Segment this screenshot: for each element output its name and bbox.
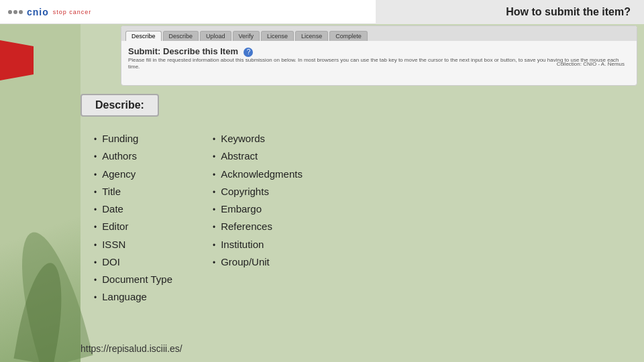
form-title: Submit: Describe this Item bbox=[128, 46, 238, 56]
list-item: •Editor bbox=[94, 218, 172, 235]
item-agency: Agency bbox=[102, 166, 136, 183]
list-item: •Copyrights bbox=[213, 183, 303, 200]
list-item: •Authors bbox=[94, 147, 172, 165]
page-title: How to submit the item? bbox=[506, 6, 631, 18]
list-item: •Title bbox=[94, 183, 172, 200]
bullet-icon: • bbox=[213, 256, 215, 270]
bullet-icon: • bbox=[94, 168, 97, 182]
help-icon[interactable]: ? bbox=[244, 48, 253, 57]
browser-tabs: Describe Describe Upload Verify License … bbox=[121, 26, 637, 41]
item-abstract: Abstract bbox=[221, 147, 258, 165]
item-embargo: Embargo bbox=[221, 200, 262, 218]
logo-sub-text: stop cancer bbox=[53, 9, 92, 15]
item-editor: Editor bbox=[102, 218, 128, 235]
item-title: Title bbox=[102, 183, 121, 200]
list-item: •Keywords bbox=[213, 130, 303, 147]
logo-area: cnio stop cancer bbox=[8, 7, 91, 17]
page-title-bar: How to submit the item? bbox=[376, 0, 644, 24]
browser-content: Submit: Describe this Item ? Collection:… bbox=[121, 41, 637, 75]
bullet-icon: • bbox=[94, 291, 97, 305]
bullet-icon: • bbox=[213, 150, 215, 164]
describe-label: Describe: bbox=[80, 94, 159, 117]
bullet-icon: • bbox=[213, 203, 215, 217]
item-group-unit: Group/Unit bbox=[221, 253, 270, 271]
bullet-icon: • bbox=[94, 256, 97, 270]
list-item: •Document Type bbox=[94, 271, 172, 288]
logo-dots-icon bbox=[8, 10, 23, 14]
list-item: •Embargo bbox=[213, 200, 303, 218]
list-item: •Agency bbox=[94, 166, 172, 183]
item-language: Language bbox=[102, 288, 147, 306]
item-funding: Funding bbox=[102, 130, 138, 147]
tab-verify[interactable]: Verify bbox=[233, 31, 260, 41]
logo-text: cnio bbox=[27, 7, 49, 17]
tab-upload[interactable]: Upload bbox=[200, 31, 231, 41]
item-issn: ISSN bbox=[102, 236, 125, 253]
left-list: •Funding •Authors •Agency •Title •Date •… bbox=[94, 130, 172, 306]
item-references: References bbox=[221, 218, 272, 235]
bullet-icon: • bbox=[94, 186, 97, 200]
item-document-type: Document Type bbox=[102, 271, 172, 288]
url-text: https://repisalud.isciii.es/ bbox=[80, 343, 182, 354]
list-item: •Language bbox=[94, 288, 172, 306]
item-authors: Authors bbox=[102, 147, 137, 165]
form-description: Please fill in the requested information… bbox=[128, 57, 630, 71]
list-item: •Acknowledgments bbox=[213, 166, 303, 183]
item-institution: Institution bbox=[221, 236, 264, 253]
item-doi: DOI bbox=[102, 253, 120, 271]
bullet-icon: • bbox=[213, 133, 215, 147]
list-item: •ISSN bbox=[94, 236, 172, 253]
list-item: •Date bbox=[94, 200, 172, 218]
bullet-icon: • bbox=[213, 239, 215, 253]
list-item: •References bbox=[213, 218, 303, 235]
list-item: •DOI bbox=[94, 253, 172, 271]
footer-url: https://repisalud.isciii.es/ bbox=[80, 343, 182, 354]
tab-complete[interactable]: Complete bbox=[329, 31, 368, 41]
bullet-icon: • bbox=[94, 221, 97, 235]
corner-info: Collection: CNIO - A. Nemus bbox=[557, 61, 625, 67]
bullet-icon: • bbox=[213, 168, 215, 182]
bullet-icon: • bbox=[94, 203, 97, 217]
item-keywords: Keywords bbox=[221, 130, 265, 147]
bullet-icon: • bbox=[213, 221, 215, 235]
list-item: •Abstract bbox=[213, 147, 303, 165]
tab-describe-2[interactable]: Describe bbox=[163, 31, 199, 41]
list-item: •Institution bbox=[213, 236, 303, 253]
bullet-icon: • bbox=[94, 133, 97, 147]
bullet-icon: • bbox=[94, 239, 97, 253]
item-date: Date bbox=[102, 200, 123, 218]
item-copyrights: Copyrights bbox=[221, 183, 269, 200]
tab-license-1[interactable]: License bbox=[261, 31, 294, 41]
browser-panel: Describe Describe Upload Verify License … bbox=[121, 25, 637, 86]
tab-license-2[interactable]: License bbox=[295, 31, 328, 41]
bullet-icon: • bbox=[94, 274, 97, 288]
bullet-icon: • bbox=[94, 150, 97, 164]
item-acknowledgments: Acknowledgments bbox=[221, 166, 303, 183]
lists-container: •Funding •Authors •Agency •Title •Date •… bbox=[94, 130, 624, 306]
main-content: Describe: •Funding •Authors •Agency •Tit… bbox=[80, 94, 624, 328]
tab-describe-1[interactable]: Describe bbox=[125, 31, 162, 41]
right-list: •Keywords •Abstract •Acknowledgments •Co… bbox=[213, 130, 303, 306]
red-tab-decoration bbox=[0, 40, 34, 80]
list-item: •Funding bbox=[94, 130, 172, 147]
list-item: •Group/Unit bbox=[213, 253, 303, 271]
bullet-icon: • bbox=[213, 186, 215, 200]
